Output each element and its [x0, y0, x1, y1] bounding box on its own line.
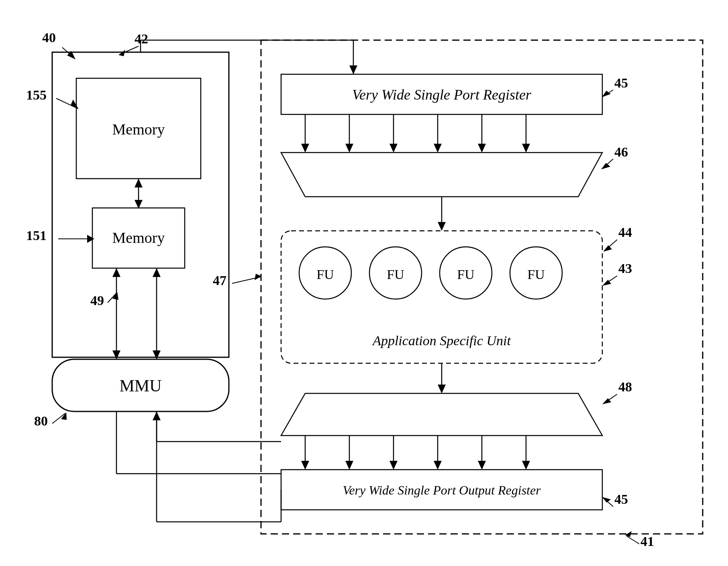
svg-marker-18 — [301, 144, 309, 153]
ref-42: 42 — [135, 31, 148, 46]
svg-marker-20 — [345, 144, 353, 153]
ref-45-top: 45 — [614, 75, 628, 90]
svg-marker-36 — [345, 461, 353, 470]
output-trapezoid — [281, 393, 602, 436]
ref-48: 48 — [618, 379, 632, 394]
ref-155: 155 — [26, 88, 47, 102]
svg-marker-38 — [389, 461, 398, 470]
vwspor-label: Very Wide Single Port Output Register — [343, 483, 541, 497]
svg-marker-26 — [478, 144, 486, 153]
ref-44: 44 — [618, 225, 632, 240]
svg-marker-8 — [153, 268, 161, 277]
ref-151: 151 — [26, 228, 47, 243]
ref-41: 41 — [640, 534, 654, 549]
ref-45-bottom: 45 — [614, 492, 628, 507]
memory-top-label: Memory — [112, 121, 165, 138]
svg-marker-58 — [87, 235, 94, 243]
svg-marker-34 — [301, 461, 309, 470]
svg-marker-16 — [349, 65, 357, 74]
fu2-label: FU — [387, 267, 404, 282]
svg-marker-2 — [135, 179, 143, 187]
memory-bottom-label: Memory — [112, 229, 165, 246]
ref-49: 49 — [90, 293, 104, 308]
svg-marker-1 — [135, 200, 143, 209]
diagram-container: Memory Memory MMU Very Wide Single Port … — [0, 0, 728, 566]
input-trapezoid — [281, 153, 602, 197]
ref-46: 46 — [614, 145, 628, 159]
ref-47: 47 — [213, 273, 226, 288]
svg-marker-40 — [434, 461, 442, 470]
svg-marker-22 — [389, 144, 398, 153]
svg-line-77 — [626, 536, 639, 544]
svg-marker-64 — [255, 274, 261, 280]
ref-43: 43 — [618, 261, 632, 276]
fu3-label: FU — [457, 267, 474, 282]
svg-marker-24 — [434, 144, 442, 153]
ref-80: 80 — [34, 413, 48, 428]
svg-marker-42 — [478, 461, 486, 470]
svg-marker-76 — [602, 497, 611, 503]
svg-marker-30 — [438, 222, 446, 231]
svg-marker-56 — [71, 100, 79, 109]
fu4-label: FU — [527, 267, 544, 282]
svg-marker-44 — [522, 461, 530, 470]
outer-memory-box — [52, 52, 229, 357]
svg-marker-68 — [601, 163, 610, 169]
svg-marker-28 — [522, 144, 530, 153]
svg-marker-7 — [112, 268, 120, 277]
svg-marker-70 — [603, 245, 612, 252]
fu1-label: FU — [316, 267, 334, 282]
svg-marker-6 — [153, 350, 161, 359]
ref-40: 40 — [42, 30, 56, 45]
mmu-label: MMU — [119, 377, 161, 395]
svg-marker-66 — [602, 91, 611, 97]
svg-marker-4 — [112, 350, 120, 359]
vwspr-label: Very Wide Single Port Register — [352, 87, 532, 103]
svg-marker-32 — [438, 385, 446, 393]
asu-label: Application Specific Unit — [372, 333, 511, 348]
svg-marker-54 — [118, 50, 125, 56]
